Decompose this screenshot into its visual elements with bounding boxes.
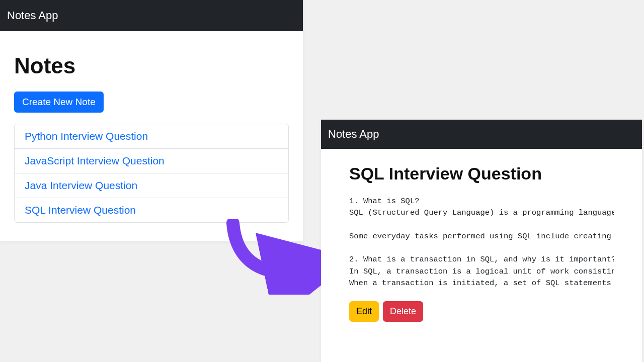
notes-list-view: Notes App Notes Create New Note Python I…	[0, 0, 303, 241]
notes-list-content: Notes Create New Note Python Interview Q…	[0, 31, 303, 233]
list-item[interactable]: JavaScript Interview Question	[15, 149, 288, 173]
page-title: Notes	[14, 53, 289, 78]
note-detail-content: SQL Interview Question 1. What is SQL? S…	[321, 149, 642, 332]
edit-button[interactable]: Edit	[349, 301, 379, 322]
navbar-brand[interactable]: Notes App	[7, 9, 58, 22]
notes-list: Python Interview Question JavaScript Int…	[14, 124, 289, 223]
note-detail-view: Notes App SQL Interview Question 1. What…	[321, 120, 642, 362]
navbar: Notes App	[0, 0, 303, 31]
action-row: Edit Delete	[349, 301, 614, 322]
navbar-brand[interactable]: Notes App	[328, 128, 379, 140]
delete-button[interactable]: Delete	[383, 301, 423, 322]
list-item[interactable]: Python Interview Question	[15, 124, 288, 149]
note-body[interactable]: 1. What is SQL? SQL (Structured Query La…	[349, 196, 614, 294]
list-item[interactable]: Java Interview Question	[15, 173, 288, 198]
list-item[interactable]: SQL Interview Question	[15, 198, 288, 222]
navbar: Notes App	[321, 120, 642, 149]
create-note-button[interactable]: Create New Note	[14, 92, 104, 113]
note-title: SQL Interview Question	[349, 164, 614, 184]
